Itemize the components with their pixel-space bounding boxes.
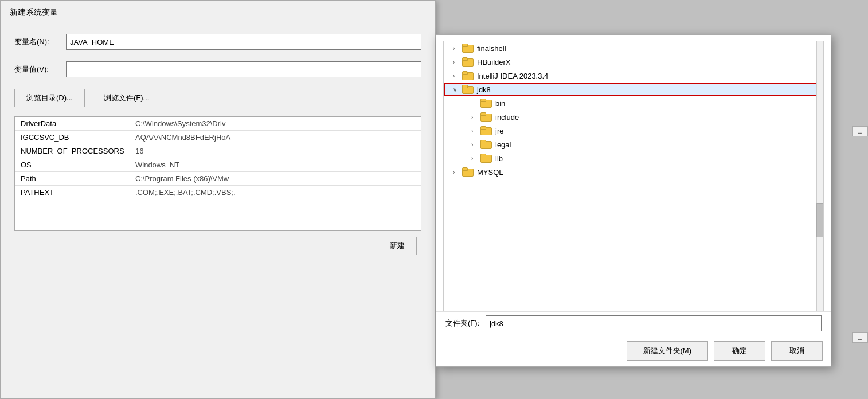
tree-item-include[interactable]: › include — [444, 110, 823, 124]
folder-icon — [480, 140, 492, 149]
chevron-right-icon: › — [471, 155, 480, 162]
folder-icon — [480, 154, 492, 163]
folder-icon — [480, 99, 492, 108]
var-row-name: OS — [15, 158, 130, 172]
vars-table: DriverDataC:\Windows\System32\DrivIGCCSV… — [15, 117, 421, 200]
table-row[interactable]: PathC:\Program Files (x86)\VMw — [15, 172, 421, 186]
folder-name-row: 文件夹(F): — [436, 311, 831, 335]
var-name-input[interactable] — [66, 34, 421, 50]
var-row-value: Windows_NT — [130, 158, 421, 172]
scrollbar-track[interactable] — [816, 41, 823, 311]
cancel-button[interactable]: 取消 — [771, 341, 823, 361]
tree-item-label: finalshell — [477, 44, 506, 53]
var-row-value: AQAAANCMnd8BFdERjHoA — [130, 131, 421, 144]
folder-icon — [462, 44, 474, 53]
scrollbar-thumb[interactable] — [816, 203, 823, 237]
folder-icon — [462, 167, 474, 177]
browse-dir-button[interactable]: 浏览目录(D)... — [14, 89, 85, 107]
tree-item-label: include — [495, 113, 519, 122]
var-row-value: .COM;.EXE;.BAT;.CMD;.VBS;. — [130, 186, 421, 200]
chevron-right-icon: › — [453, 59, 462, 65]
folder-icon — [480, 126, 492, 135]
var-row-name: PATHEXT — [15, 186, 130, 200]
chevron-right-icon: › — [471, 114, 480, 120]
table-row[interactable]: PATHEXT.COM;.EXE;.BAT;.CMD;.VBS;. — [15, 186, 421, 200]
var-row-name: Path — [15, 172, 130, 186]
tree-item-label: legal — [495, 140, 511, 149]
chevron-right-icon: › — [453, 73, 462, 79]
main-dialog: 新建系统变量 变量名(N): 变量值(V): 浏览目录(D)... 浏览文件(F… — [0, 0, 436, 399]
tree-item-label: HBuilderX — [477, 58, 511, 66]
folder-icon — [462, 71, 474, 80]
new-button[interactable]: 新建 — [378, 237, 417, 255]
tree-item-finalshell[interactable]: › finalshell — [444, 41, 823, 55]
tree-item-label: MYSQL — [477, 168, 503, 177]
vars-table-area: DriverDataC:\Windows\System32\DrivIGCCSV… — [14, 116, 421, 231]
tree-item-bin[interactable]: bin — [444, 96, 823, 110]
tree-item-label: jdk8 — [477, 85, 491, 94]
chevron-down-icon: ∨ — [453, 87, 462, 93]
var-value-label: 变量值(V): — [14, 64, 66, 75]
table-row[interactable]: NUMBER_OF_PROCESSORS16 — [15, 144, 421, 158]
folder-icon — [462, 85, 474, 94]
browse-file-button[interactable]: 浏览文件(F)... — [92, 89, 161, 107]
folder-label: 文件夹(F): — [445, 318, 486, 328]
chevron-right-icon: › — [471, 128, 480, 134]
table-row[interactable]: DriverDataC:\Windows\System32\Driv — [15, 117, 421, 131]
tree-item-jre[interactable]: › jre — [444, 124, 823, 138]
var-row-name: IGCCSVC_DB — [15, 131, 130, 144]
tree-item-intellij[interactable]: › IntelliJ IDEA 2023.3.4 — [444, 69, 823, 83]
var-name-row: 变量名(N): — [14, 34, 421, 50]
tree-item-label: IntelliJ IDEA 2023.3.4 — [477, 72, 548, 80]
folder-icon — [480, 112, 492, 122]
var-row-value: C:\Program Files (x86)\VMw — [130, 172, 421, 186]
side-ellipsis-button-2[interactable]: ... — [852, 332, 868, 343]
var-name-label: 变量名(N): — [14, 37, 66, 47]
tree-item-legal[interactable]: › legal — [444, 138, 823, 151]
chevron-right-icon: › — [453, 45, 462, 52]
dialog-title: 新建系统变量 — [1, 1, 435, 22]
folder-input[interactable] — [486, 315, 822, 331]
bottom-buttons: 新建 — [14, 237, 421, 255]
chevron-right-icon: › — [453, 169, 462, 175]
tree-item-lib[interactable]: › lib — [444, 151, 823, 165]
table-row[interactable]: OSWindows_NT — [15, 158, 421, 172]
chevron-right-icon: › — [471, 142, 480, 148]
var-row-name: NUMBER_OF_PROCESSORS — [15, 144, 130, 158]
new-folder-button[interactable]: 新建文件夹(M) — [627, 341, 709, 361]
var-row-name: DriverData — [15, 117, 130, 131]
tree-item-mysql[interactable]: › MYSQL — [444, 165, 823, 179]
folder-icon — [462, 57, 474, 66]
tree-item-label: lib — [495, 154, 503, 163]
browse-buttons: 浏览目录(D)... 浏览文件(F)... — [14, 89, 421, 107]
var-row-value: 16 — [130, 144, 421, 158]
ok-button[interactable]: 确定 — [714, 341, 765, 361]
file-dialog-buttons: 新建文件夹(M) 确定 取消 — [436, 335, 831, 366]
file-tree-area: › finalshell › HBuilderX › IntelliJ IDEA… — [443, 41, 824, 311]
var-value-row: 变量值(V): — [14, 61, 421, 77]
table-row[interactable]: IGCCSVC_DBAQAAANCMnd8BFdERjHoA — [15, 131, 421, 144]
side-ellipsis-button-1[interactable]: ... — [852, 126, 868, 136]
var-value-input[interactable] — [66, 61, 421, 77]
tree-item-label: jre — [495, 127, 503, 135]
tree-item-jdk8[interactable]: ∨ jdk8 — [444, 83, 823, 96]
tree-item-hbuilderx[interactable]: › HBuilderX — [444, 55, 823, 69]
file-browser-dialog: › finalshell › HBuilderX › IntelliJ IDEA… — [436, 34, 831, 367]
var-row-value: C:\Windows\System32\Driv — [130, 117, 421, 131]
tree-item-label: bin — [495, 99, 505, 108]
